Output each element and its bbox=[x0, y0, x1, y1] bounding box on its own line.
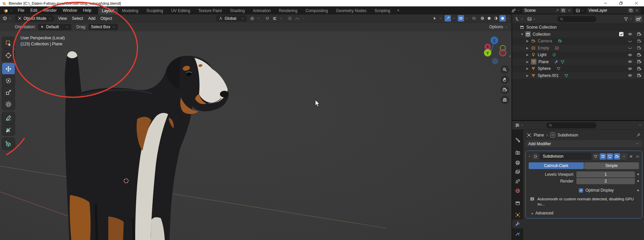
properties-tab-collection[interactable] bbox=[512, 199, 523, 207]
expand-arrow-icon[interactable]: ▶ bbox=[526, 39, 530, 43]
animate-dot[interactable] bbox=[637, 190, 639, 191]
tool-transform[interactable] bbox=[2, 98, 15, 110]
menu-file[interactable]: File bbox=[15, 6, 27, 14]
catmull-clark-button[interactable]: Catmull-Clark bbox=[529, 162, 584, 169]
outliner-row[interactable]: ▶Empty bbox=[512, 45, 644, 52]
viewlayer-browse-button[interactable] bbox=[575, 8, 585, 13]
render-visibility-toggle[interactable] bbox=[637, 32, 642, 37]
outliner-row[interactable]: ▶Plane bbox=[512, 58, 644, 66]
viewport-visibility-toggle[interactable] bbox=[628, 66, 633, 71]
menu-render[interactable]: Render bbox=[40, 6, 60, 14]
drag-dropdown[interactable]: Select Box bbox=[88, 24, 118, 30]
levels-viewport-field[interactable]: 1 bbox=[576, 171, 635, 177]
navigation-gizmo[interactable]: Z X Y bbox=[479, 35, 509, 66]
tab-animation[interactable]: Animation bbox=[249, 7, 274, 14]
selectability-dropdown[interactable] bbox=[431, 15, 438, 22]
viewport-visibility-toggle[interactable] bbox=[628, 52, 633, 57]
properties-tab-physics[interactable] bbox=[512, 237, 523, 240]
new-scene-button[interactable] bbox=[561, 8, 566, 13]
outliner-display-mode-button[interactable] bbox=[514, 16, 525, 22]
scene-browse-button[interactable] bbox=[510, 8, 521, 13]
properties-editor-type-button[interactable] bbox=[514, 122, 525, 128]
pin-icon[interactable] bbox=[636, 133, 641, 137]
tab-modeling[interactable]: Modeling bbox=[118, 7, 142, 14]
viewport-visibility-toggle[interactable] bbox=[628, 45, 633, 50]
close-x-icon[interactable] bbox=[635, 8, 639, 12]
mode-dropdown[interactable]: Object Mode bbox=[15, 15, 54, 22]
scene-selector[interactable]: Scene bbox=[523, 7, 573, 13]
xray-toggle[interactable] bbox=[471, 15, 477, 22]
render-visibility-toggle[interactable] bbox=[637, 39, 642, 44]
select-menu[interactable]: Select bbox=[71, 16, 84, 21]
render-visibility-toggle[interactable] bbox=[637, 45, 642, 50]
advanced-expander[interactable]: ▸ Advanced bbox=[532, 211, 639, 215]
pan-button[interactable] bbox=[500, 75, 509, 84]
outliner-row[interactable]: Scene Collection bbox=[512, 24, 644, 31]
render-visibility-toggle[interactable] bbox=[637, 73, 642, 78]
blender-app-menu[interactable] bbox=[1, 8, 15, 13]
dog-model[interactable] bbox=[50, 48, 232, 240]
outliner-row[interactable]: ▶Camera bbox=[512, 38, 644, 45]
zoom-button[interactable] bbox=[500, 65, 509, 74]
close-x-icon[interactable] bbox=[567, 8, 571, 12]
tool-annotate[interactable] bbox=[2, 112, 15, 124]
breadcrumb-modifier[interactable]: Subdivision bbox=[558, 133, 578, 137]
properties-tab-object[interactable] bbox=[512, 210, 523, 219]
animate-dot[interactable] bbox=[637, 180, 639, 182]
modifier-delete-button[interactable] bbox=[628, 153, 634, 160]
tool-move[interactable] bbox=[2, 63, 15, 75]
add-modifier-button[interactable]: Add Modifier bbox=[525, 140, 642, 147]
outliner-row[interactable]: ▶Sphere.001 bbox=[512, 72, 644, 79]
shading-rendered-button[interactable] bbox=[499, 15, 506, 22]
tool-rotate[interactable] bbox=[2, 75, 15, 86]
shading-material-button[interactable] bbox=[493, 15, 499, 22]
optimal-display-checkbox[interactable] bbox=[579, 188, 583, 193]
properties-tab-render[interactable] bbox=[512, 148, 523, 157]
expand-arrow-icon[interactable]: ▶ bbox=[526, 46, 530, 50]
tool-cursor[interactable] bbox=[2, 49, 15, 61]
viewport-visibility-toggle[interactable] bbox=[628, 32, 633, 37]
expand-arrow-icon[interactable]: ▶ bbox=[526, 67, 530, 70]
breadcrumb-object[interactable]: Plane bbox=[534, 133, 544, 137]
tab-sculpting[interactable]: Sculpting bbox=[143, 7, 167, 14]
outliner-row[interactable]: ▶Light bbox=[512, 51, 644, 58]
tool-select-box[interactable] bbox=[2, 37, 15, 49]
tab-layout[interactable]: Layout bbox=[98, 7, 118, 14]
properties-tab-particles[interactable] bbox=[512, 229, 523, 238]
tab-shading[interactable]: Shading bbox=[226, 7, 249, 14]
add-workspace-button[interactable]: + bbox=[394, 7, 402, 13]
properties-tab-viewlayer[interactable] bbox=[512, 167, 523, 176]
options-dropdown[interactable]: Options bbox=[489, 25, 508, 29]
tool-add-cube[interactable] bbox=[2, 138, 15, 150]
outliner-search-input[interactable] bbox=[557, 16, 596, 22]
menu-help[interactable]: Help bbox=[80, 6, 94, 14]
properties-tab-output[interactable] bbox=[512, 158, 523, 167]
viewport-visibility-toggle[interactable] bbox=[628, 39, 633, 44]
viewlayer-selector[interactable]: ViewLayer bbox=[587, 7, 641, 13]
outliner-row[interactable]: ▶Sphere bbox=[512, 65, 644, 72]
snap-settings-dropdown[interactable] bbox=[272, 15, 278, 22]
expand-arrow-icon[interactable]: ▶ bbox=[526, 60, 530, 64]
outliner-row[interactable]: ▼Collection bbox=[512, 31, 644, 38]
outliner-filter-button[interactable] bbox=[623, 16, 633, 22]
properties-tab-modifier[interactable] bbox=[512, 219, 523, 228]
view-menu[interactable]: View bbox=[57, 16, 68, 21]
properties-search-input[interactable] bbox=[546, 122, 597, 128]
minimize-button[interactable] bbox=[598, 0, 613, 6]
proportional-falloff-dropdown[interactable] bbox=[294, 15, 301, 22]
tab-rendering[interactable]: Rendering bbox=[275, 7, 301, 14]
expand-arrow-icon[interactable]: ▶ bbox=[526, 74, 530, 77]
render-levels-field[interactable]: 2 bbox=[576, 178, 635, 184]
new-viewlayer-button[interactable] bbox=[628, 8, 634, 13]
tab-geometry-nodes[interactable]: Geometry Nodes bbox=[332, 7, 370, 14]
properties-tab-tool[interactable] bbox=[512, 135, 523, 144]
add-menu[interactable]: Add bbox=[87, 16, 96, 21]
collection-checkbox[interactable] bbox=[619, 32, 623, 36]
camera-view-button[interactable] bbox=[500, 85, 509, 94]
viewport-visibility-toggle[interactable] bbox=[628, 73, 633, 78]
viewport-canvas[interactable]: User Perspective (Local) (123) Collectio… bbox=[0, 31, 512, 240]
region-collapse-chevron[interactable]: ‹ bbox=[509, 53, 511, 58]
shading-wireframe-button[interactable] bbox=[479, 15, 486, 22]
modifier-render-toggle[interactable] bbox=[614, 153, 620, 160]
render-visibility-toggle[interactable] bbox=[637, 66, 642, 71]
